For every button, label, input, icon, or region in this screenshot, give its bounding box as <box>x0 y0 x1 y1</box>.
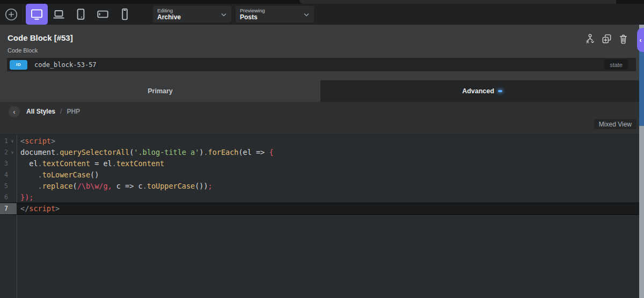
fold-spacer <box>8 158 17 169</box>
tablet-landscape-icon <box>96 7 110 21</box>
device-tablet-landscape-button[interactable] <box>92 4 114 25</box>
previewing-label: Previewing <box>240 8 310 13</box>
line-number[interactable]: 1∨ <box>0 136 17 147</box>
code-line-3[interactable]: 3 el.textContent = el.textContent <box>0 158 644 169</box>
code-lines: 1∨<script>2∨document.querySelectorAll('.… <box>0 136 644 214</box>
fold-spacer <box>8 203 17 214</box>
code-editor[interactable]: 1∨<script>2∨document.querySelectorAll('.… <box>0 134 644 298</box>
desktop-icon <box>30 7 44 21</box>
code-line-6[interactable]: 6}); <box>0 192 644 203</box>
breadcrumb: ‹ All Styles / PHP <box>0 102 644 121</box>
chevron-down-icon <box>304 13 309 17</box>
back-button[interactable]: ‹ <box>9 106 20 117</box>
browser-tab-edge <box>299 0 616 4</box>
duplicate-button[interactable] <box>601 33 612 44</box>
previewing-select[interactable]: Previewing Posts <box>236 6 314 23</box>
panel-collapse-button[interactable]: ‹ <box>637 28 644 52</box>
tab-advanced-label: Advanced <box>462 87 494 95</box>
plus-circle-icon <box>4 7 19 22</box>
fold-spacer <box>8 181 17 192</box>
structure-icon <box>584 33 596 44</box>
id-badge: ID <box>10 60 27 70</box>
laptop-icon <box>52 7 66 21</box>
toolbar-divider <box>23 6 23 23</box>
code-line-2[interactable]: 2∨document.querySelectorAll('.blog-title… <box>0 147 644 158</box>
add-element-button[interactable] <box>0 4 23 25</box>
line-number[interactable]: 5 <box>0 181 17 192</box>
id-value[interactable]: code_block-53-57 <box>34 61 97 69</box>
fold-chevron-icon[interactable]: ∨ <box>8 147 17 158</box>
panel-tabs: Primary Advanced <box>0 80 644 102</box>
breadcrumb-separator: / <box>60 108 62 115</box>
scrollbar[interactable] <box>639 25 644 298</box>
element-header: Code Block [#53] Code Block <box>0 25 644 80</box>
tablet-icon <box>74 7 88 21</box>
breadcrumb-php[interactable]: PHP <box>67 108 80 115</box>
id-field[interactable]: ID code_block-53-57 state <box>7 58 636 71</box>
tab-primary-label: Primary <box>148 87 173 95</box>
editing-value: Archive <box>157 13 227 21</box>
chevron-left-icon: ‹ <box>13 107 15 117</box>
code-text: </script> <box>17 203 60 214</box>
scrollbar-thumb[interactable] <box>639 51 644 126</box>
fold-spacer <box>8 169 17 181</box>
editing-label: Editing <box>157 8 227 13</box>
code-text: }); <box>17 192 33 203</box>
chevron-down-icon <box>221 13 226 17</box>
code-text: document.querySelectorAll('.blog-title a… <box>17 147 274 158</box>
code-text: <script> <box>17 136 55 147</box>
top-toolbar: Editing Archive Previewing Posts <box>0 4 644 25</box>
delete-button[interactable] <box>617 33 629 44</box>
line-number[interactable]: 6 <box>0 192 17 203</box>
trash-icon <box>618 33 629 44</box>
mixed-view-button[interactable]: Mixed View <box>594 119 636 129</box>
device-phone-button[interactable] <box>114 4 136 25</box>
advanced-panel: ‹ All Styles / PHP Mixed View 1∨<script>… <box>0 102 644 298</box>
top-strip <box>0 0 644 4</box>
line-number[interactable]: 3 <box>0 158 17 169</box>
tab-primary[interactable]: Primary <box>0 80 320 102</box>
state-button[interactable]: state <box>604 59 628 70</box>
previewing-value: Posts <box>240 13 310 21</box>
editing-select[interactable]: Editing Archive <box>153 6 231 23</box>
tab-active-indicator <box>498 90 502 92</box>
code-line-1[interactable]: 1∨<script> <box>0 136 644 147</box>
code-text: .replace(/\b\w/g, c => c.toUpperCase()); <box>17 181 213 192</box>
device-tablet-button[interactable] <box>70 4 92 25</box>
code-line-5[interactable]: 5 .replace(/\b\w/g, c => c.toUpperCase()… <box>0 181 644 192</box>
duplicate-icon <box>601 33 612 44</box>
chevron-left-icon: ‹ <box>640 36 642 44</box>
fold-spacer <box>8 192 17 203</box>
breadcrumb-all-styles[interactable]: All Styles <box>26 108 55 115</box>
device-switcher <box>26 4 136 25</box>
phone-icon <box>118 7 132 21</box>
fold-chevron-icon[interactable]: ∨ <box>8 136 17 147</box>
device-desktop-button[interactable] <box>26 4 48 25</box>
code-text: el.textContent = el.textContent <box>17 158 164 169</box>
tab-advanced[interactable]: Advanced <box>320 80 644 102</box>
element-type-label: Code Block <box>8 47 38 54</box>
line-number[interactable]: 7 <box>0 203 17 214</box>
line-number[interactable]: 4 <box>0 169 17 181</box>
oxygen-builder-panel: Editing Archive Previewing Posts Code Bl… <box>0 0 644 298</box>
device-laptop-button[interactable] <box>48 4 70 25</box>
code-line-7[interactable]: 7</script> <box>0 203 644 214</box>
page-title: Code Block [#53] <box>8 33 73 42</box>
code-text: .toLowerCase() <box>17 169 99 181</box>
code-line-4[interactable]: 4 .toLowerCase() <box>0 169 644 181</box>
line-number[interactable]: 2∨ <box>0 147 17 158</box>
structure-button[interactable] <box>584 33 596 44</box>
